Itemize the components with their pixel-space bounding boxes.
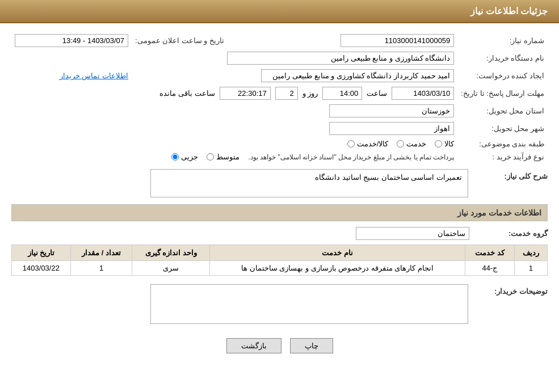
group-label: گروه خدمت: (474, 229, 548, 238)
radio-khedmat[interactable]: خدمت (397, 140, 426, 148)
eijadKonande-input[interactable] (261, 69, 454, 82)
cell-code: ج-44 (465, 261, 515, 276)
tarikh-input[interactable] (15, 34, 128, 47)
shomareNiaz-label: شماره نیاز: (457, 32, 548, 49)
ostan-row: استان محل تحویل: (11, 102, 548, 120)
farayand-desc: پرداخت تمام یا بخشی از مبلغ خریداز محل "… (248, 153, 454, 161)
tabaqe-label: طبقه بندی موضوعی: (457, 137, 548, 150)
services-table-header: ردیف کد خدمت نام خدمت واحد اندازه گیری ت… (12, 245, 548, 261)
noeFarayand-label: نوع فرآیند خرید : (457, 150, 548, 163)
col-name: نام خدمت (210, 245, 465, 261)
services-table-body: 1ج-44انجام کارهای متفرقه درخصوص بازسازی … (12, 261, 548, 276)
shomareNiaz-row: شماره نیاز: تاریخ و ساعت اعلان عمومی: (11, 32, 548, 49)
mohlat-label: مهلت ارسال پاسخ: تا تاریخ: (457, 85, 548, 102)
content-area: شماره نیاز: تاریخ و ساعت اعلان عمومی: نا… (0, 23, 559, 370)
namDastgah-row: نام دستگاه خریدار: (11, 49, 548, 67)
table-row: 1ج-44انجام کارهای متفرقه درخصوص بازسازی … (12, 261, 548, 276)
ostan-value (11, 102, 457, 120)
jazei-label: جزیی (181, 153, 198, 161)
services-section-title: اطلاعات خدمات مورد نیاز (11, 204, 548, 221)
kala-khedmat-label: کالا/خدمت (357, 140, 389, 148)
eijadKonande-value (132, 67, 457, 85)
saat-label: ساعت (367, 89, 387, 98)
tabaqe-row: طبقه بندی موضوعی: کالا خدمت کالا/خدمت (11, 137, 548, 150)
mohlat-baqi-input[interactable] (220, 87, 271, 100)
page-title: جزئیات اطلاعات نیاز (470, 6, 548, 16)
ostan-label: استان محل تحویل: (457, 102, 548, 120)
sharh-value: تعمیرات اساسی ساختمان بسیج اساتید دانشگا… (315, 173, 462, 182)
services-table: ردیف کد خدمت نام خدمت واحد اندازه گیری ت… (11, 245, 548, 276)
namDastgah-input[interactable] (227, 52, 454, 65)
baqi-label: ساعت باقی مانده (159, 89, 215, 98)
cell-tedad: 1 (70, 261, 132, 276)
etelaatTamas-link[interactable]: اطلاعات تماس خریدار (60, 71, 128, 80)
shahr-input[interactable] (329, 122, 454, 135)
ostan-input[interactable] (329, 104, 454, 117)
shahr-label: شهر محل تحویل: (457, 120, 548, 137)
noe-farayand-row: نوع فرآیند خرید : پرداخت تمام یا بخشی از… (11, 150, 548, 163)
print-button[interactable]: چاپ (290, 338, 333, 353)
eijadKonande-row: ایجاد کننده درخواست: اطلاعات تماس خریدار (11, 67, 548, 85)
back-button[interactable]: بازگشت (226, 338, 281, 353)
motevaset-label: متوسط (216, 153, 239, 161)
khedmat-label: خدمت (406, 140, 426, 148)
mohlat-date-input[interactable] (392, 87, 454, 100)
radio-jazei[interactable]: جزیی (171, 153, 198, 161)
info-table: شماره نیاز: تاریخ و ساعت اعلان عمومی: نا… (11, 32, 548, 163)
eijadKonande-label: ایجاد کننده درخواست: (457, 67, 548, 85)
group-input[interactable] (356, 227, 469, 240)
group-row: گروه خدمت: (11, 227, 548, 240)
page-wrapper: جزئیات اطلاعات نیاز شماره نیاز: تاریخ و … (0, 0, 559, 392)
col-code: کد خدمت (465, 245, 515, 261)
radio-kala[interactable]: کالا (435, 140, 454, 148)
cell-unit: سری (132, 261, 210, 276)
shomareNiaz-input[interactable] (341, 34, 454, 47)
shahr-value (11, 120, 457, 137)
mohlat-roz-input[interactable] (275, 87, 298, 100)
namDastgah-value (11, 49, 457, 67)
cell-radif: 1 (514, 261, 547, 276)
tarikh-label: تاریخ و ساعت اعلان عمومی: (132, 32, 228, 49)
tarikh-value (11, 32, 132, 49)
button-row: چاپ بازگشت (11, 330, 548, 362)
sharh-label: شرح کلی نیاز: (474, 172, 548, 180)
col-tarikh: تاریخ نیاز (12, 245, 71, 261)
sharh-box: تعمیرات اساسی ساختمان بسیج اساتید دانشگا… (150, 169, 468, 197)
col-radif: ردیف (514, 245, 547, 261)
col-tedad: تعداد / مقدار (70, 245, 132, 261)
mohlat-saat-input[interactable] (322, 87, 362, 100)
shahr-row: شهر محل تحویل: (11, 120, 548, 137)
cell-tarikh: 1403/03/22 (12, 261, 71, 276)
page-header: جزئیات اطلاعات نیاز (0, 0, 559, 23)
cell-name: انجام کارهای متفرقه درخصوص بازسازی و بهس… (210, 261, 465, 276)
mohlat-row: مهلت ارسال پاسخ: تا تاریخ: ساعت روز و سا… (11, 85, 548, 102)
radio-motevaset[interactable]: متوسط (207, 153, 239, 161)
tosehat-label: توضیحات خریدار: (474, 287, 548, 296)
col-unit: واحد اندازه گیری (132, 245, 210, 261)
radio-kala-khedmat[interactable]: کالا/خدمت (347, 140, 389, 148)
namDastgah-label: نام دستگاه خریدار: (457, 49, 548, 67)
tosehat-textarea[interactable] (150, 284, 468, 324)
roz-label: روز و (302, 89, 318, 98)
kala-label: کالا (444, 140, 454, 148)
shomareNiaz-value (337, 32, 457, 49)
